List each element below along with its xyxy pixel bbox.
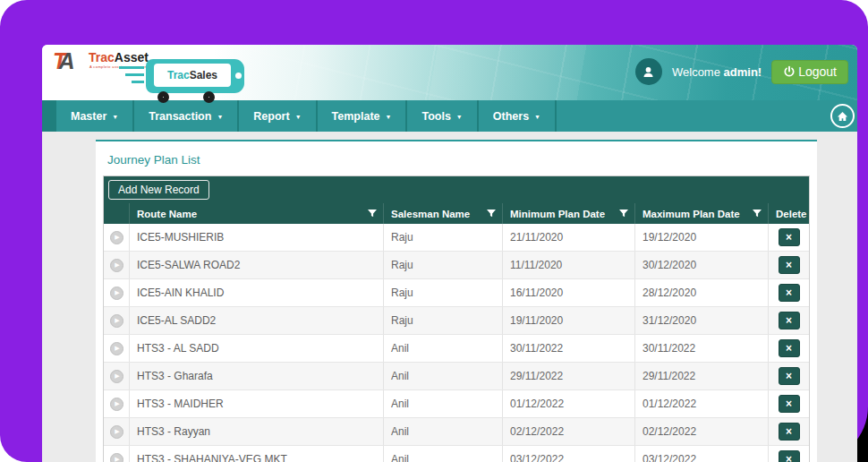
funnel-icon bbox=[487, 210, 496, 218]
monogram-a: A bbox=[58, 48, 68, 73]
expand-row-icon[interactable]: ▶ bbox=[110, 287, 123, 300]
wheel-icon bbox=[203, 91, 215, 103]
funnel-icon bbox=[619, 210, 628, 218]
nav-label: Others bbox=[493, 110, 529, 123]
ta-monogram-icon: TA bbox=[53, 48, 68, 74]
wheel-icon bbox=[157, 91, 169, 103]
nav-item-master[interactable]: Master▼ bbox=[56, 100, 132, 132]
delete-row-button[interactable]: × bbox=[779, 395, 800, 413]
delivery-van-icon: TracSales bbox=[146, 59, 244, 93]
cell-minimum-plan-date: 03/12/2022 bbox=[502, 446, 634, 462]
column-header-minimum-plan-date: Minimum Plan Date bbox=[502, 203, 634, 224]
delete-row-button[interactable]: × bbox=[779, 228, 800, 246]
delete-row-button[interactable]: × bbox=[779, 423, 800, 441]
expand-row-icon[interactable]: ▶ bbox=[110, 342, 123, 355]
expand-row-icon[interactable]: ▶ bbox=[110, 398, 123, 411]
username: admin! bbox=[724, 65, 762, 79]
grid-toolbar: Add New Record bbox=[104, 176, 809, 203]
home-icon bbox=[837, 111, 848, 122]
nav-item-template[interactable]: Template▼ bbox=[318, 100, 406, 132]
table-row: ▶ ICE5-MUSHIERIB Raju 21/11/2020 19/12/2… bbox=[104, 224, 809, 252]
cell-minimum-plan-date: 29/11/2022 bbox=[502, 363, 634, 389]
expand-row-icon[interactable]: ▶ bbox=[110, 259, 123, 272]
column-header-delete: Delete bbox=[768, 203, 809, 224]
cell-route-name: HTS3 - Rayyan bbox=[129, 418, 383, 445]
nav-label: Template bbox=[332, 110, 380, 123]
speed-lines-icon bbox=[119, 66, 144, 88]
user-avatar-icon[interactable] bbox=[635, 58, 662, 85]
cell-maximum-plan-date: 29/11/2022 bbox=[634, 363, 768, 389]
cell-route-name: ICE5-AIN KHALID bbox=[129, 279, 383, 306]
expand-row-icon[interactable]: ▶ bbox=[110, 425, 123, 439]
expand-row-icon[interactable]: ▶ bbox=[110, 231, 123, 244]
table-row: ▶ HTS3 - Rayyan Anil 02/12/2022 02/12/20… bbox=[104, 418, 809, 446]
column-label: Route Name bbox=[137, 209, 197, 219]
add-new-record-button[interactable]: Add New Record bbox=[108, 180, 209, 200]
cell-maximum-plan-date: 30/12/2020 bbox=[634, 252, 768, 278]
delete-row-button[interactable]: × bbox=[779, 450, 800, 462]
home-button[interactable] bbox=[830, 104, 855, 128]
cell-salesman-name: Raju bbox=[383, 224, 502, 251]
cell-maximum-plan-date: 30/11/2022 bbox=[634, 335, 768, 362]
delete-row-button[interactable]: × bbox=[779, 284, 800, 302]
column-label: Minimum Plan Date bbox=[510, 209, 605, 219]
delete-row-button[interactable]: × bbox=[779, 367, 800, 385]
cell-route-name: HTS3 - MAIDHER bbox=[129, 390, 383, 417]
cell-maximum-plan-date: 03/12/2022 bbox=[634, 446, 768, 462]
brand-logo: TA TracAsset A complete asset management… bbox=[53, 47, 259, 100]
welcome-prefix: Welcome bbox=[672, 65, 724, 79]
chevron-down-icon: ▼ bbox=[217, 113, 223, 120]
column-header-maximum-plan-date: Maximum Plan Date bbox=[634, 203, 768, 224]
nav-item-transaction[interactable]: Transaction▼ bbox=[134, 100, 237, 132]
cell-salesman-name: Anil bbox=[383, 390, 502, 417]
cell-route-name: HTS3 - SHAHANIYA-VEG MKT bbox=[129, 446, 383, 462]
filter-button[interactable] bbox=[487, 210, 496, 218]
expand-row-icon[interactable]: ▶ bbox=[110, 370, 123, 383]
delete-row-button[interactable]: × bbox=[779, 256, 800, 274]
brand-name-primary: Trac bbox=[89, 50, 115, 64]
cell-maximum-plan-date: 02/12/2022 bbox=[634, 418, 768, 445]
column-header-salesman-name: Salesman Name bbox=[383, 203, 502, 224]
cell-salesman-name: Anil bbox=[383, 335, 502, 362]
nav-item-report[interactable]: Report▼ bbox=[239, 100, 315, 132]
app-header: TA TracAsset A complete asset management… bbox=[42, 45, 857, 100]
app-window: TA TracAsset A complete asset management… bbox=[42, 45, 857, 462]
main-nav: Master▼ Transaction▼ Report▼ Template▼ T… bbox=[42, 100, 857, 132]
delete-row-button[interactable]: × bbox=[779, 312, 800, 329]
column-label: Delete bbox=[776, 209, 807, 219]
table-row: ▶ HTS3 - SHAHANIYA-VEG MKT Anil 03/12/20… bbox=[104, 446, 809, 462]
person-icon bbox=[642, 65, 655, 79]
brand-name: TracAsset bbox=[89, 50, 149, 64]
nav-label: Report bbox=[253, 110, 289, 123]
nav-item-tools[interactable]: Tools▼ bbox=[407, 100, 476, 132]
cell-route-name: ICE5-SALWA ROAD2 bbox=[129, 252, 383, 278]
delete-row-button[interactable]: × bbox=[779, 339, 800, 357]
column-label: Salesman Name bbox=[391, 209, 470, 219]
nav-label: Transaction bbox=[149, 110, 211, 123]
cell-minimum-plan-date: 21/11/2020 bbox=[502, 224, 634, 251]
product-name-secondary: Sales bbox=[190, 69, 217, 81]
nav-filler bbox=[557, 100, 857, 132]
logout-button[interactable]: Logout bbox=[771, 60, 848, 84]
chevron-down-icon: ▼ bbox=[534, 113, 540, 120]
user-area: Welcome admin! Logout bbox=[635, 58, 848, 85]
expand-row-icon[interactable]: ▶ bbox=[110, 453, 123, 462]
funnel-icon bbox=[753, 210, 762, 218]
chevron-down-icon: ▼ bbox=[386, 113, 392, 120]
product-name-primary: Trac bbox=[167, 69, 190, 81]
cell-route-name: ICE5-MUSHIERIB bbox=[129, 224, 383, 251]
expand-row-icon[interactable]: ▶ bbox=[110, 314, 123, 328]
nav-item-others[interactable]: Others▼ bbox=[479, 100, 555, 132]
cell-route-name: ICE5-AL SADD2 bbox=[129, 307, 383, 334]
filter-button[interactable] bbox=[368, 210, 377, 218]
cell-minimum-plan-date: 01/12/2022 bbox=[502, 390, 634, 417]
screen: TA TracAsset A complete asset management… bbox=[0, 0, 868, 462]
chevron-down-icon: ▼ bbox=[112, 113, 118, 120]
filter-button[interactable] bbox=[753, 210, 762, 218]
page-title: Journey Plan List bbox=[96, 141, 817, 175]
welcome-text: Welcome admin! bbox=[672, 65, 762, 79]
grid-body: ▶ ICE5-MUSHIERIB Raju 21/11/2020 19/12/2… bbox=[104, 224, 809, 462]
table-row: ▶ ICE5-AL SADD2 Raju 19/11/2020 31/12/20… bbox=[104, 307, 809, 335]
filter-button[interactable] bbox=[619, 210, 628, 218]
van-handle-dot bbox=[235, 73, 242, 79]
